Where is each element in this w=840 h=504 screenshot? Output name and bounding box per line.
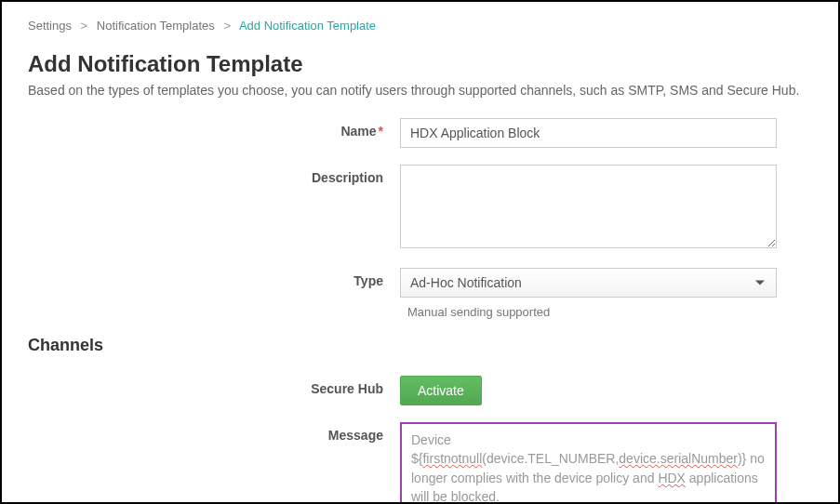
breadcrumb-notification-templates[interactable]: Notification Templates — [97, 19, 215, 33]
type-select[interactable]: Ad-Hoc Notification — [400, 268, 777, 298]
page-description: Based on the types of templates you choo… — [28, 83, 812, 98]
message-label: Message — [28, 422, 400, 443]
description-textarea[interactable] — [400, 165, 777, 248]
channels-heading: Channels — [28, 336, 812, 355]
type-label: Type — [28, 268, 400, 288]
breadcrumb-sep: > — [81, 19, 88, 33]
description-label: Description — [28, 165, 400, 185]
activate-button[interactable]: Activate — [400, 376, 482, 405]
breadcrumb-settings[interactable]: Settings — [28, 19, 72, 33]
breadcrumb: Settings > Notification Templates > Add … — [28, 19, 812, 33]
securehub-label: Secure Hub — [28, 376, 400, 396]
type-select-value: Ad-Hoc Notification — [410, 275, 522, 290]
page-title: Add Notification Template — [28, 51, 812, 77]
message-textarea[interactable]: Device ${firstnotnull(device.TEL_NUMBER,… — [400, 422, 777, 504]
name-input[interactable] — [400, 118, 777, 148]
chevron-down-icon — [755, 281, 765, 285]
breadcrumb-sep: > — [223, 19, 231, 33]
type-helper-text: Manual sending supported — [400, 305, 777, 319]
breadcrumb-current: Add Notification Template — [239, 19, 376, 33]
name-label: Name* — [28, 118, 400, 139]
